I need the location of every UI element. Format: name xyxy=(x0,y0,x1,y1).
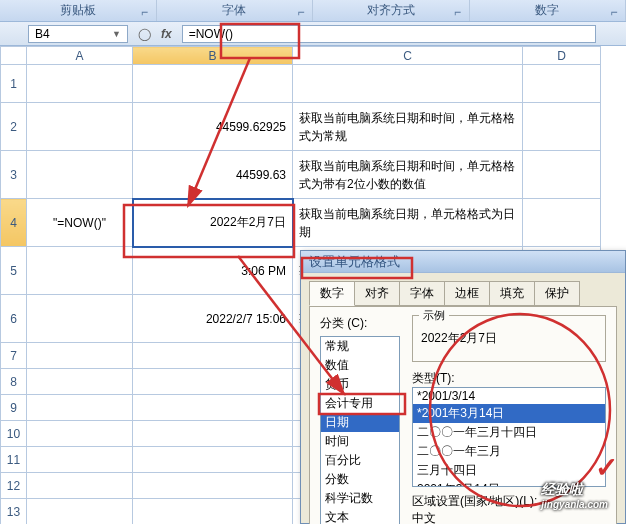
col-header-A[interactable]: A xyxy=(27,47,133,65)
cell[interactable]: 3:06 PM xyxy=(133,247,293,295)
tab-border[interactable]: 边框 xyxy=(444,281,490,306)
type-list[interactable]: *2001/3/14 *2001年3月14日 二〇〇一年三月十四日 二〇〇一年三… xyxy=(412,387,606,487)
cell-selected[interactable]: 2022年2月7日 xyxy=(133,199,293,247)
ribbon-group-align[interactable]: 对齐方式⌐ xyxy=(313,0,470,21)
row-header[interactable]: 6 xyxy=(1,295,27,343)
tab-font[interactable]: 字体 xyxy=(399,281,445,306)
type-item[interactable]: 二〇〇一年三月十四日 xyxy=(413,423,605,442)
formula-bar: B4▼ ◯ fx =NOW() xyxy=(0,22,626,46)
formula-bar-icons: ◯ fx xyxy=(138,27,172,41)
locale-value[interactable]: 中文 xyxy=(412,510,606,524)
cell[interactable]: "=NOW()" xyxy=(27,199,133,247)
dropdown-icon[interactable]: ▼ xyxy=(112,29,121,39)
col-header-B[interactable]: B xyxy=(133,47,293,65)
row-header[interactable]: 12 xyxy=(1,473,27,499)
checkmark-icon: ✓ xyxy=(595,451,618,484)
dialog-launcher-icon[interactable]: ⌐ xyxy=(609,5,619,19)
cat-item[interactable]: 货币 xyxy=(321,375,399,394)
row-header[interactable]: 10 xyxy=(1,421,27,447)
cat-item-selected[interactable]: 日期 xyxy=(321,413,399,432)
row-header[interactable]: 1 xyxy=(1,65,27,103)
cat-item[interactable]: 会计专用 xyxy=(321,394,399,413)
fx-icon[interactable]: fx xyxy=(161,27,172,41)
tab-fill[interactable]: 填充 xyxy=(489,281,535,306)
cell[interactable] xyxy=(27,103,133,151)
cat-item[interactable]: 时间 xyxy=(321,432,399,451)
row-header[interactable]: 9 xyxy=(1,395,27,421)
type-item-selected[interactable]: *2001年3月14日 xyxy=(413,404,605,423)
type-item[interactable]: 三月十四日 xyxy=(413,461,605,480)
dialog-launcher-icon[interactable]: ⌐ xyxy=(453,5,463,19)
sample-box: 示例 2022年2月7日 xyxy=(412,315,606,362)
cell[interactable] xyxy=(27,247,133,295)
cell[interactable]: 44599.62925 xyxy=(133,103,293,151)
tab-protect[interactable]: 保护 xyxy=(534,281,580,306)
dialog-launcher-icon[interactable]: ⌐ xyxy=(296,5,306,19)
type-item[interactable]: *2001/3/14 xyxy=(413,388,605,404)
dialog-titlebar[interactable]: 设置单元格格式 xyxy=(301,251,625,273)
cell[interactable] xyxy=(27,151,133,199)
cell[interactable] xyxy=(523,199,601,247)
cat-item[interactable]: 文本 xyxy=(321,508,399,524)
cat-item[interactable]: 百分比 xyxy=(321,451,399,470)
category-list[interactable]: 常规 数值 货币 会计专用 日期 时间 百分比 分数 科学记数 文本 特殊 自定… xyxy=(320,336,400,524)
ribbon-group-number[interactable]: 数字⌐ xyxy=(470,0,627,21)
cell[interactable]: 说明 xyxy=(293,65,523,103)
type-label: 类型(T): xyxy=(412,370,606,387)
cat-item[interactable]: 科学记数 xyxy=(321,489,399,508)
sample-label: 示例 xyxy=(419,308,449,323)
row-header[interactable]: 11 xyxy=(1,447,27,473)
col-header-C[interactable]: C xyxy=(293,47,523,65)
cat-item[interactable]: 分数 xyxy=(321,470,399,489)
row-header[interactable]: 3 xyxy=(1,151,27,199)
circle-icon[interactable]: ◯ xyxy=(138,27,151,41)
cell[interactable] xyxy=(523,151,601,199)
dialog-launcher-icon[interactable]: ⌐ xyxy=(140,5,150,19)
select-all-corner[interactable] xyxy=(1,47,27,65)
cell[interactable]: 获取当前电脑系统日期，单元格格式为日期 xyxy=(293,199,523,247)
type-item[interactable]: 二〇〇一年三月 xyxy=(413,442,605,461)
cat-item[interactable]: 数值 xyxy=(321,356,399,375)
formula-input[interactable]: =NOW() xyxy=(182,25,596,43)
watermark: 经验啦jingyanla.com xyxy=(541,481,608,510)
cell[interactable]: 44599.63 xyxy=(133,151,293,199)
dialog-tabs: 数字 对齐 字体 边框 填充 保护 xyxy=(301,273,625,306)
row-header[interactable]: 7 xyxy=(1,343,27,369)
row-header[interactable]: 13 xyxy=(1,499,27,525)
cell[interactable]: 结果值 xyxy=(133,65,293,103)
ribbon-groups: 剪贴板⌐ 字体⌐ 对齐方式⌐ 数字⌐ xyxy=(0,0,626,22)
row-header[interactable]: 5 xyxy=(1,247,27,295)
cell[interactable] xyxy=(523,103,601,151)
name-box[interactable]: B4▼ xyxy=(28,25,128,43)
tab-number[interactable]: 数字 xyxy=(309,281,355,306)
sample-value: 2022年2月7日 xyxy=(421,331,497,345)
ribbon-group-font[interactable]: 字体⌐ xyxy=(157,0,314,21)
cell[interactable]: 获取当前电脑系统日期和时间，单元格格式为带有2位小数的数值 xyxy=(293,151,523,199)
category-label: 分类 (C): xyxy=(320,315,400,332)
col-header-D[interactable]: D xyxy=(523,47,601,65)
row-header[interactable]: 4 xyxy=(1,199,27,247)
cell[interactable]: 2022/2/7 15:06 xyxy=(133,295,293,343)
cat-item[interactable]: 常规 xyxy=(321,337,399,356)
row-header[interactable]: 8 xyxy=(1,369,27,395)
cell[interactable]: 获取当前电脑系统日期和时间，单元格格式为常规 xyxy=(293,103,523,151)
ribbon-group-clipboard[interactable]: 剪贴板⌐ xyxy=(0,0,157,21)
row-header[interactable]: 2 xyxy=(1,103,27,151)
cell[interactable] xyxy=(523,65,601,103)
tab-align[interactable]: 对齐 xyxy=(354,281,400,306)
cell[interactable] xyxy=(27,295,133,343)
cell[interactable]: 公式 xyxy=(27,65,133,103)
